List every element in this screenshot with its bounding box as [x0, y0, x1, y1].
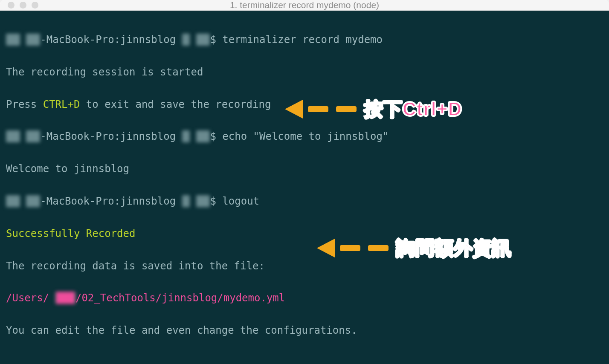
output-line: The recording session is started: [6, 64, 603, 81]
redacted-text: ██: [6, 130, 20, 142]
redacted-text: █: [182, 130, 190, 142]
redacted-text: ███: [55, 292, 75, 304]
blank-line: [6, 355, 603, 364]
redacted-text: ██: [196, 195, 210, 207]
command-text: echo "Welcome to jinnsblog": [222, 130, 389, 142]
redacted-text: ██: [26, 130, 40, 142]
shortcut-text: CTRL+D: [43, 98, 80, 110]
prompt-line: ██ ██-MacBook-Pro:jinnsblog █ ██$ echo "…: [6, 129, 603, 145]
redacted-text: ██: [6, 195, 20, 207]
traffic-lights: [8, 2, 38, 9]
output-line: Welcome to jinnsblog: [6, 161, 603, 177]
minimize-icon[interactable]: [20, 2, 26, 9]
command-text: logout: [222, 195, 259, 207]
success-line: Successfully Recorded: [6, 226, 603, 242]
redacted-text: ██: [6, 34, 20, 46]
redacted-text: ██: [196, 34, 210, 46]
prompt-line: ██ ██-MacBook-Pro:jinnsblog █ ██$ logout: [6, 194, 603, 210]
redacted-text: █: [182, 195, 190, 207]
maximize-icon[interactable]: [32, 2, 38, 9]
arrow-dash-icon: [368, 245, 389, 251]
command-text: terminalizer record mydemo: [222, 34, 383, 46]
redacted-text: █: [182, 34, 190, 46]
close-icon[interactable]: [8, 2, 14, 9]
output-line: Press CTRL+D to exit and save the record…: [6, 97, 603, 113]
prompt-line: ██ ██-MacBook-Pro:jinnsblog █ ██$ termin…: [6, 32, 603, 48]
arrow-dash-icon: [340, 245, 360, 251]
output-line: You can edit the file and even change th…: [6, 323, 603, 339]
titlebar: 1. terminalizer record mydemo (node): [0, 0, 609, 11]
redacted-text: ██: [26, 34, 40, 46]
output-line: The recording data is saved into the fil…: [6, 258, 603, 274]
redacted-text: ██: [26, 195, 40, 207]
path-line: /Users/ ███/02_TechTools/jinnsblog/mydem…: [6, 290, 603, 306]
terminal-window: 1. terminalizer record mydemo (node) ██ …: [0, 0, 609, 364]
window-title: 1. terminalizer record mydemo (node): [7, 0, 602, 10]
terminal-body[interactable]: ██ ██-MacBook-Pro:jinnsblog █ ██$ termin…: [0, 11, 609, 364]
redacted-text: ██: [196, 130, 210, 142]
